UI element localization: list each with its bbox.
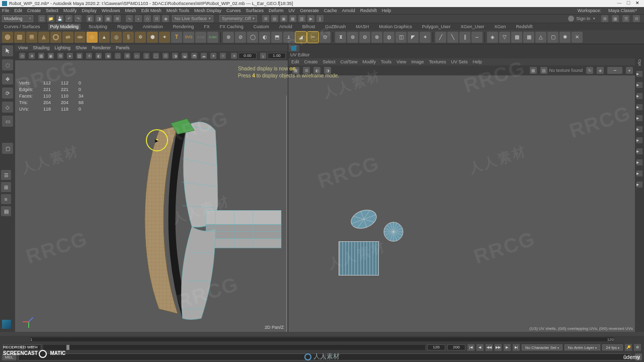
poly-cone-icon[interactable]: [38, 32, 49, 43]
vp-xray-icon[interactable]: ◌: [115, 53, 121, 59]
input-line-icon[interactable]: ▤: [271, 15, 278, 22]
menu-redshift[interactable]: Redshift: [360, 8, 377, 13]
poly-cylinder-icon[interactable]: [26, 32, 37, 43]
uv-bake-icon[interactable]: ◈: [597, 67, 604, 74]
shelf-tab-redshift[interactable]: Redshift: [514, 24, 534, 30]
menu-windows[interactable]: Windows: [102, 8, 120, 13]
step-fwd-button[interactable]: ▶: [504, 344, 511, 351]
uv-menu-help[interactable]: Help: [473, 59, 482, 64]
uv-menu-textures[interactable]: Textures: [429, 59, 446, 64]
retopo-icon[interactable]: ▦: [523, 32, 534, 43]
signin-button[interactable]: Sign in: [568, 16, 595, 22]
poly-pipe-icon[interactable]: ◎: [111, 32, 122, 43]
channel-box-label[interactable]: Opt: [637, 59, 642, 66]
wedge-icon[interactable]: ◤: [408, 32, 419, 43]
rt-icon-6[interactable]: ▸: [636, 126, 642, 132]
vp-gamma-field[interactable]: 1.00: [268, 53, 286, 59]
menu-mesh[interactable]: Mesh: [125, 8, 136, 13]
shelf-tab-custom[interactable]: Custom: [252, 24, 271, 30]
select-by-object-icon[interactable]: ◨: [96, 15, 103, 22]
slide-edge-icon[interactable]: ↔: [471, 32, 482, 43]
outliner-icon[interactable]: ☰: [1, 170, 11, 180]
play-back-button[interactable]: ◀◀: [486, 344, 493, 351]
detach-icon[interactable]: ⊗: [371, 32, 382, 43]
redo-icon[interactable]: ↷: [74, 15, 82, 22]
uv-tab[interactable]: [288, 45, 299, 52]
combine-icon[interactable]: ⊕: [223, 32, 234, 43]
live-surface-dropdown[interactable]: No Live Surface: [172, 15, 213, 22]
snap-curve-icon[interactable]: ∿: [126, 15, 133, 22]
uv-dim2-icon[interactable]: ▨: [540, 67, 547, 74]
open-scene-icon[interactable]: 📁: [47, 15, 54, 22]
menu-edit[interactable]: Edit: [15, 8, 23, 13]
vp-isolate-icon[interactable]: ◉: [105, 53, 111, 59]
uv-menu-view[interactable]: View: [396, 59, 406, 64]
vp-menu-show[interactable]: Show: [75, 45, 87, 50]
collapse-icon[interactable]: ⊖: [359, 32, 370, 43]
rewind-button[interactable]: |◀: [467, 344, 474, 351]
menu-cache[interactable]: Cache: [324, 8, 337, 13]
select-by-component-icon[interactable]: ▦: [105, 15, 112, 22]
vp-gate-icon[interactable]: ▯: [143, 53, 149, 59]
extrude-icon[interactable]: ⬒: [271, 32, 282, 43]
shelf-tab-polygonuser[interactable]: Polygon_User: [420, 24, 453, 30]
menu-mesh-display[interactable]: Mesh Display: [194, 8, 221, 13]
poly-platonic-icon[interactable]: [87, 32, 98, 43]
shelf-tab-fx[interactable]: FX: [202, 24, 212, 30]
layout-icon-1[interactable]: ⊞: [601, 15, 608, 22]
menu-deform[interactable]: Deform: [269, 8, 284, 13]
mirror-icon[interactable]: ⧗: [335, 32, 346, 43]
menu-modify[interactable]: Modify: [63, 8, 77, 13]
make-live-icon[interactable]: ◉: [162, 15, 169, 22]
viewport-canvas[interactable]: Verts:1121120 Edges:2212210 Faces:110110…: [15, 61, 288, 332]
time-slider[interactable]: 1 120: [0, 336, 644, 343]
vp-gamma-icon[interactable]: γ: [260, 53, 266, 59]
vp-grid-icon[interactable]: ⊞: [124, 53, 130, 59]
uv-menu-modify[interactable]: Modify: [363, 59, 376, 64]
delete-edge-icon[interactable]: ✕: [572, 32, 583, 43]
shelf-tab-animation[interactable]: Animation: [141, 24, 165, 30]
range-track[interactable]: [43, 345, 425, 350]
uv-dropdown-icon[interactable]: ▾: [626, 67, 633, 74]
uv-checker-icon[interactable]: ▩: [530, 67, 537, 74]
vp-light-icon[interactable]: ☀: [86, 53, 92, 59]
vp-exposure-icon[interactable]: ☀: [231, 53, 237, 59]
shelf-tab-fxcaching[interactable]: FX Caching: [218, 24, 246, 30]
menu-create[interactable]: Create: [27, 8, 41, 13]
poly-sphere-icon[interactable]: [2, 32, 13, 43]
poly-pyramid-icon[interactable]: ▲: [99, 32, 110, 43]
pause-icon[interactable]: ‖: [316, 15, 324, 22]
vp-res-icon[interactable]: ▢: [153, 53, 159, 59]
shelf-tab-sculpting[interactable]: Sculpting: [87, 24, 109, 30]
rt-icon-1[interactable]: ▸: [636, 71, 642, 77]
menu-curves[interactable]: Curves: [226, 8, 241, 13]
vp-menu-shading[interactable]: Shading: [33, 45, 49, 50]
uv-menu-cutsew[interactable]: Cut/Sew: [341, 59, 358, 64]
layout-icon-3[interactable]: ☰: [622, 15, 629, 22]
menu-uv[interactable]: UV: [289, 8, 295, 13]
menu-display[interactable]: Display: [82, 8, 97, 13]
select-by-hierarchy-icon[interactable]: ◧: [87, 15, 94, 22]
poly-soccer-icon[interactable]: ⬢: [147, 32, 158, 43]
shelf-tab-arnold[interactable]: Arnold: [277, 24, 294, 30]
snap-grid-icon[interactable]: ⊞: [114, 15, 121, 22]
animlayer-dropdown[interactable]: No Anim Layer: [565, 344, 600, 350]
uv-menu-uvsets[interactable]: UV Sets: [451, 59, 467, 64]
poly-torus-icon[interactable]: [50, 32, 61, 43]
uv-shell-ellipse[interactable]: [350, 209, 378, 229]
rt-icon-2[interactable]: ▸: [636, 82, 642, 88]
shelf-tab-mash[interactable]: MASH: [354, 24, 371, 30]
menu-help[interactable]: Help: [382, 8, 391, 13]
poly-superellipse-icon[interactable]: ✦: [159, 32, 170, 43]
poly-gear-icon[interactable]: ✲: [135, 32, 146, 43]
vp-cam-icon[interactable]: ◎: [19, 53, 25, 59]
range-playend-field[interactable]: 120: [427, 344, 445, 350]
smooth-icon[interactable]: ◯: [247, 32, 258, 43]
undo-icon[interactable]: ↶: [65, 15, 72, 22]
close-button[interactable]: ✕: [633, 1, 642, 7]
vp-msaa-icon[interactable]: ◒: [182, 53, 188, 59]
layout-persp-icon[interactable]: ▤: [1, 206, 11, 216]
last-tool-icon[interactable]: ▭: [2, 116, 13, 127]
new-scene-icon[interactable]: ▢: [38, 15, 45, 22]
shelf-tab-rigging[interactable]: Rigging: [115, 24, 135, 30]
